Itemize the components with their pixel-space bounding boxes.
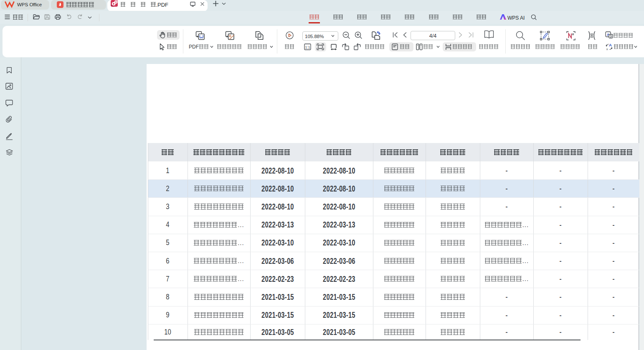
svg-text:1:1: 1:1 — [305, 45, 310, 49]
svg-text:A: A — [609, 43, 612, 47]
svg-text:x: x — [606, 47, 608, 51]
